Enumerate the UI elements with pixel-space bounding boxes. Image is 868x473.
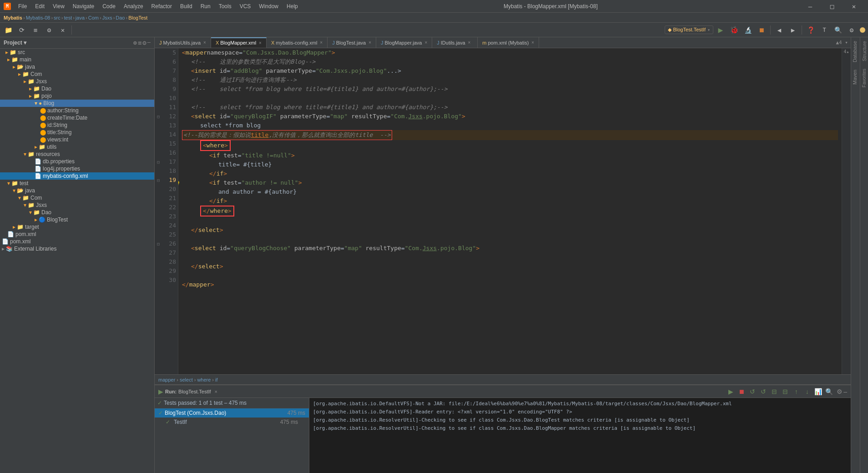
favorites-label[interactable]: Favorites <box>861 65 868 91</box>
bc-mapper[interactable]: mapper <box>158 377 175 382</box>
tree-target[interactable]: ▸ 📁 target <box>0 223 154 231</box>
sidebar-gear2-icon[interactable]: ⚙ <box>142 39 146 46</box>
tree-blog-class[interactable]: ▾ ● Blog <box>0 100 154 107</box>
tree-createtime[interactable]: ⬤ createTime:Date <box>0 114 154 121</box>
tab-close-5[interactable]: × <box>468 40 471 45</box>
run-stop-btn[interactable]: ⏹ <box>737 387 747 397</box>
tree-com[interactable]: ▸ 📁 Com <box>0 70 154 78</box>
run-item-blogtest[interactable]: ✓ BlogTest (Com.Jsxs.Dao) 475 ms <box>155 408 309 418</box>
menu-tools[interactable]: Tools <box>215 2 235 10</box>
tab-close-2[interactable]: × <box>320 40 323 45</box>
run-config-selector[interactable]: ◆ BlogTest.TestIf ▾ <box>665 25 713 34</box>
menu-run[interactable]: Run <box>197 2 214 10</box>
tree-dao[interactable]: ▸ 📁 Dao <box>0 85 154 92</box>
tab-close-1[interactable]: × <box>203 40 206 45</box>
tab-close-active[interactable]: × <box>259 40 262 45</box>
tab-idutils[interactable]: J IDutils.java × <box>432 37 478 48</box>
run-rerun-btn[interactable]: ↺ <box>747 387 757 397</box>
stop-btn[interactable]: ⏹ <box>755 24 768 36</box>
menu-help[interactable]: Help <box>283 2 302 10</box>
menu-navigate[interactable]: Navigate <box>69 2 98 10</box>
tab-mybatisutils[interactable]: J MybatisUtils.java × <box>155 37 211 48</box>
tree-blogtest[interactable]: ▸ 🔵 BlogTest <box>0 216 154 223</box>
tree-ext-libs[interactable]: ▸ 📚 External Libraries <box>0 245 154 252</box>
project-view-btn[interactable]: 📁 <box>2 24 15 36</box>
tree-log4j-props[interactable]: 📄 log4j.properties <box>0 165 154 172</box>
tree-pom2[interactable]: 📄 pom.xml <box>0 238 154 245</box>
database-panel-label[interactable]: Database <box>851 37 860 66</box>
sidebar-close-icon[interactable]: – <box>147 39 151 46</box>
menu-window[interactable]: Window <box>255 2 282 10</box>
forward-btn[interactable]: ▶ <box>787 24 799 36</box>
close-sidebar-btn[interactable]: ✕ <box>56 24 69 36</box>
run-sort-btn[interactable]: ⊟ <box>769 387 779 397</box>
minimize-button[interactable]: — <box>800 0 821 13</box>
tree-author[interactable]: ⬤ author:String <box>0 107 154 114</box>
sidebar-gear-icon[interactable]: ≡ <box>138 39 141 46</box>
run-search-btn[interactable]: 🔍 <box>824 387 834 397</box>
run-minimize-icon[interactable]: – <box>843 388 847 395</box>
search-everywhere-btn[interactable]: 🔍 <box>832 24 844 36</box>
tree-views[interactable]: ⬤ views:int <box>0 136 154 143</box>
tab-close-6[interactable]: × <box>531 40 534 45</box>
tree-java[interactable]: ▸ 📂 java <box>0 63 154 70</box>
tree-test-com[interactable]: ▾ 📁 Com <box>0 194 154 201</box>
tree-test-dao[interactable]: ▾ 📁 Dao <box>0 209 154 216</box>
sidebar-sync-icon[interactable]: ⊕ <box>133 39 136 46</box>
back-btn[interactable]: ◀ <box>773 24 786 36</box>
collapse-all-btn[interactable]: ≡ <box>29 24 42 36</box>
help-btn[interactable]: ❓ <box>804 24 817 36</box>
run-with-coverage-btn[interactable]: 🔬 <box>742 24 754 36</box>
run-close-icon[interactable]: × <box>215 389 217 394</box>
tree-src[interactable]: ▸ 📁 src <box>0 49 154 56</box>
run-item-testif[interactable]: ✓ TestIf 475 ms <box>155 418 309 427</box>
run-up-btn[interactable]: ↑ <box>791 387 801 397</box>
run-filter-btn[interactable]: ⊟ <box>780 387 790 397</box>
menu-build[interactable]: Build <box>177 2 196 10</box>
tree-resources[interactable]: ▾ 📁 resources <box>0 151 154 158</box>
fold-marker-22[interactable]: ⊟ <box>155 239 162 248</box>
bc-if[interactable]: if <box>215 377 218 382</box>
tree-jsxs[interactable]: ▸ 📁 Jsxs <box>0 78 154 85</box>
fold-marker-8[interactable]: ⊟ <box>155 112 162 121</box>
tree-main[interactable]: ▸ 📁 main <box>0 56 154 63</box>
tree-test-folder[interactable]: ▾ 📁 test <box>0 180 154 187</box>
menu-code[interactable]: Code <box>99 2 119 10</box>
run-settings-icon[interactable]: ⚙ <box>837 388 843 395</box>
menu-vcs[interactable]: VCS <box>236 2 255 10</box>
sync-btn[interactable]: ⟳ <box>15 24 28 36</box>
translate-btn[interactable]: T <box>818 24 831 36</box>
tree-db-props[interactable]: 📄 db.properties <box>0 158 154 165</box>
tree-utils[interactable]: ▸ 📁 utils <box>0 143 154 151</box>
bc-where[interactable]: where <box>197 377 211 382</box>
menu-refactor[interactable]: Refactor <box>148 2 176 10</box>
tree-pom[interactable]: 📄 pom.xml <box>0 231 154 238</box>
close-button[interactable]: ✕ <box>843 0 864 13</box>
settings-gear-btn[interactable]: ⚙ <box>845 24 858 36</box>
bulb-icon[interactable]: 💡 <box>178 179 181 188</box>
run-rerun-failed-btn[interactable]: ↺ <box>758 387 768 397</box>
tree-id[interactable]: ⬤ id:String <box>0 121 154 129</box>
run-play-btn[interactable]: ▶ <box>726 387 736 397</box>
tree-mybatis-config[interactable]: 📄 mybatis-config.xml <box>0 172 154 180</box>
menu-analyze[interactable]: Analyze <box>120 2 147 10</box>
tab-blogmapper[interactable]: X BlogMapper.xml × <box>211 37 267 48</box>
tree-test-jsxs[interactable]: ▾ 📁 Jsxs <box>0 201 154 209</box>
debug-btn[interactable]: 🐞 <box>728 24 741 36</box>
tree-test-java[interactable]: ▾ 📂 java <box>0 187 154 194</box>
bc-select[interactable]: select <box>180 377 193 382</box>
maven-panel-label[interactable]: Maven <box>851 66 860 88</box>
menu-view[interactable]: View <box>49 2 68 10</box>
structure-label[interactable]: Structure <box>861 37 868 65</box>
tab-mybatisconfig[interactable]: X mybatis-config.xml × <box>267 37 328 48</box>
tab-close-4[interactable]: × <box>424 40 427 45</box>
tab-pomxml[interactable]: m pom.xml (Mybatis) × <box>478 37 539 48</box>
run-down-btn[interactable]: ↓ <box>802 387 812 397</box>
menu-edit[interactable]: Edit <box>31 2 48 10</box>
tab-close-3[interactable]: × <box>368 40 371 45</box>
fold-marker-13[interactable]: ⊟ <box>155 157 162 166</box>
menu-file[interactable]: File <box>15 2 30 10</box>
run-btn-green[interactable]: ▶ <box>714 24 727 36</box>
fold-marker-15[interactable]: ⊟ <box>155 176 162 185</box>
tree-title[interactable]: ⬤ title:String <box>0 129 154 136</box>
